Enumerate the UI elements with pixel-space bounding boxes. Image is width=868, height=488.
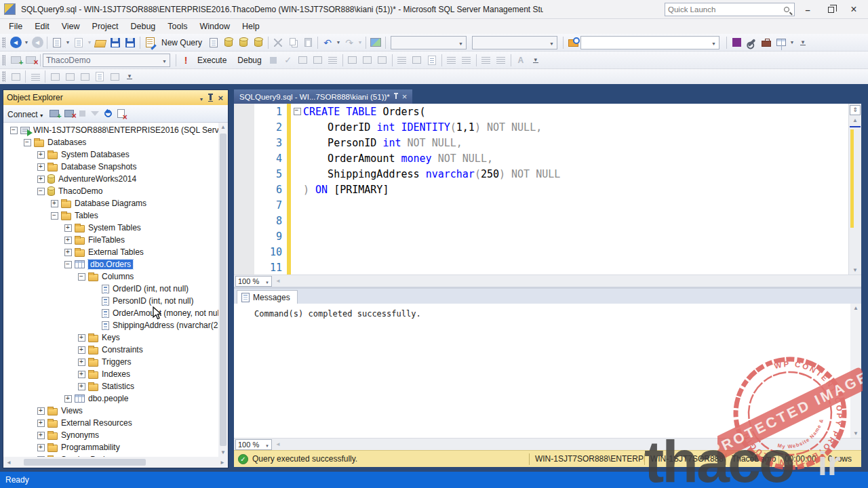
minimize-button[interactable] — [796, 0, 819, 19]
display-estimated-plan-button[interactable] — [296, 53, 311, 68]
scroll-left-icon[interactable]: ◄ — [272, 441, 284, 447]
expand-icon[interactable] — [64, 395, 72, 403]
xmla-query-button[interactable] — [251, 35, 266, 50]
collapse-icon[interactable] — [51, 212, 58, 220]
scroll-up-icon[interactable]: ▲ — [849, 117, 861, 123]
restore-button[interactable] — [819, 0, 842, 19]
navigate-back-button[interactable] — [8, 35, 23, 50]
tree-item-external-tables[interactable]: External Tables — [3, 246, 218, 258]
new-dropdown[interactable] — [64, 40, 71, 45]
tree-item-keys[interactable]: Keys — [3, 331, 218, 344]
tree-item-databases[interactable]: Databases — [3, 136, 218, 148]
menu-window[interactable]: Window — [194, 20, 236, 33]
tree-item-external-resources[interactable]: External Resources — [3, 417, 218, 429]
scroll-down-icon[interactable]: ▼ — [218, 449, 228, 455]
tree-item-orderamount-column[interactable]: OrderAmount (money, not null) — [3, 307, 218, 319]
messages-zoom-combo[interactable]: 100 % — [235, 439, 272, 450]
expand-icon[interactable] — [64, 237, 72, 244]
tools-options-button[interactable] — [744, 35, 759, 50]
toolbar-grip[interactable] — [2, 71, 5, 82]
close-button[interactable] — [842, 0, 865, 19]
debug-label[interactable]: Debug — [233, 56, 265, 65]
sql-editor-surface[interactable]: 1CREATE TABLE Orders( 2 OrderID int IDEN… — [234, 104, 861, 274]
database-engine-query-button[interactable] — [206, 35, 221, 50]
find-combo[interactable] — [580, 36, 719, 49]
collapse-icon[interactable] — [64, 261, 72, 268]
tree-item-views[interactable]: Views — [3, 405, 218, 417]
tree-item-server[interactable]: WIN-1SJT7SOR888\ENTERPRISE2016 (SQL Serv… — [3, 124, 218, 136]
menu-edit[interactable]: Edit — [28, 20, 56, 33]
uncomment-button[interactable] — [459, 53, 474, 68]
save-all-button[interactable] — [123, 35, 138, 50]
copy-button[interactable] — [285, 35, 300, 50]
client-stats-button[interactable] — [375, 53, 390, 68]
scrollbar-thumb[interactable] — [24, 459, 146, 466]
toolbar-overflow-button[interactable] — [122, 69, 137, 84]
new-project-button[interactable] — [50, 35, 64, 50]
expand-icon[interactable] — [37, 432, 45, 439]
query-options-button[interactable] — [311, 53, 326, 68]
dmx-query-button[interactable] — [236, 35, 251, 50]
cancel-query-button[interactable] — [266, 53, 281, 68]
find-in-files-button[interactable] — [566, 35, 580, 50]
disconnect-server-button[interactable] — [64, 110, 74, 117]
expand-icon[interactable] — [64, 249, 72, 256]
scroll-up-icon[interactable]: ▲ — [850, 305, 861, 311]
specify-template-values-button[interactable] — [513, 53, 528, 68]
results-to-text-button[interactable] — [395, 53, 410, 68]
toolbar-grip[interactable] — [2, 55, 5, 66]
tree-item-orderid-column[interactable]: OrderID (int, not null) — [3, 283, 218, 295]
back-dropdown[interactable] — [23, 40, 30, 45]
navigate-forward-button[interactable] — [30, 35, 45, 50]
close-icon[interactable] — [402, 92, 408, 102]
filter-icon[interactable] — [91, 111, 99, 116]
tree-item-dbo-people[interactable]: dbo.people — [3, 392, 218, 405]
step-button-1[interactable] — [47, 69, 62, 84]
tree-item-database-diagrams[interactable]: Database Diagrams — [3, 197, 218, 209]
expand-icon[interactable] — [78, 383, 85, 390]
toolbar-combo-2[interactable] — [472, 36, 557, 49]
connect-server-button[interactable] — [50, 110, 59, 117]
object-explorer-header[interactable]: Object Explorer — [3, 90, 228, 105]
vs-window-button[interactable] — [729, 35, 744, 50]
add-item-dropdown[interactable] — [86, 40, 93, 45]
tree-item-columns[interactable]: Columns — [3, 270, 218, 283]
toolbar-grip[interactable] — [2, 37, 5, 48]
connect-query-button[interactable] — [8, 53, 23, 68]
open-file-button[interactable] — [93, 35, 108, 50]
tree-item-personid-column[interactable]: PersonID (int, not null) — [3, 295, 218, 307]
menu-file[interactable]: File — [3, 20, 28, 33]
expand-icon[interactable] — [37, 407, 45, 415]
cut-button[interactable] — [271, 35, 285, 50]
tree-item-adventureworks2014[interactable]: AdventureWorks2014 — [3, 173, 218, 185]
step-button-4[interactable] — [92, 69, 107, 84]
scroll-up-icon[interactable]: ▲ — [218, 124, 228, 130]
menu-debug[interactable]: Debug — [124, 20, 161, 33]
breakpoint-button[interactable] — [28, 69, 43, 84]
collapse-icon[interactable] — [10, 127, 18, 134]
pin-icon[interactable] — [210, 95, 212, 100]
available-databases-combo[interactable]: ThacoDemo — [43, 54, 170, 67]
execute-label[interactable]: Execute — [193, 56, 231, 65]
tree-item-database-snapshots[interactable]: Database Snapshots — [3, 161, 218, 173]
collapse-icon[interactable] — [78, 273, 85, 281]
results-to-file-button[interactable] — [425, 53, 439, 68]
scrollbar-thumb[interactable] — [220, 134, 226, 446]
step-button-3[interactable] — [77, 69, 92, 84]
step-button-5[interactable] — [107, 69, 122, 84]
debug-toolbar-button[interactable] — [8, 69, 23, 84]
expand-icon[interactable] — [37, 444, 45, 451]
tree-item-dbo-orders[interactable]: dbo.Orders — [3, 258, 218, 270]
new-query-button[interactable] — [142, 35, 157, 50]
window-position-icon[interactable] — [199, 92, 203, 104]
tree-item-tables[interactable]: Tables — [3, 209, 218, 222]
intellisense-button[interactable] — [326, 53, 340, 68]
collapse-icon[interactable] — [37, 188, 45, 195]
expand-icon[interactable] — [37, 420, 45, 427]
table-view-dropdown[interactable] — [789, 40, 795, 45]
undo-button[interactable] — [320, 35, 335, 50]
tree-item-statistics[interactable]: Statistics — [3, 380, 218, 392]
menu-project[interactable]: Project — [86, 20, 125, 33]
tree-item-thacodemo[interactable]: ThacoDemo — [3, 185, 218, 197]
comment-button[interactable] — [444, 53, 459, 68]
